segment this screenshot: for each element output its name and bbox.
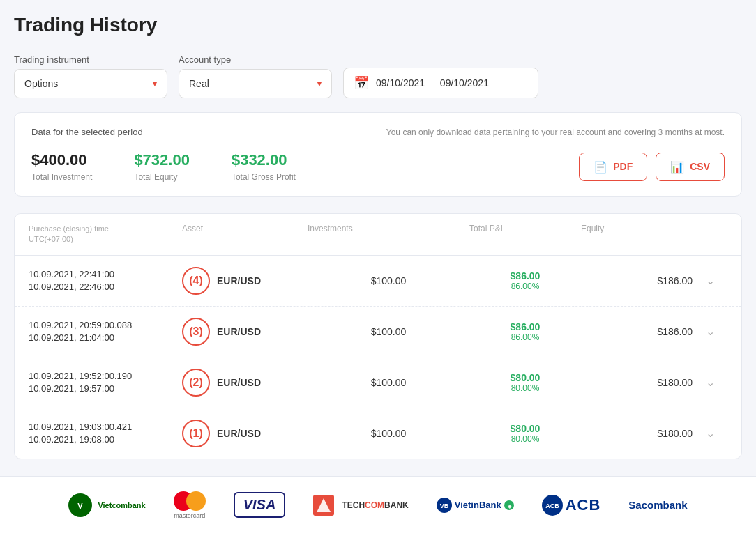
pnl-cell: $80.00 80.00% (469, 372, 581, 393)
payment-logos-section: V Vietcombank mastercard VISA TECHCOMBAN… (0, 477, 756, 554)
table-header-row: Purchase (closing) time UTC(+07:00) Asse… (15, 214, 741, 256)
period-label: Data for the selected period (31, 127, 143, 137)
instrument-filter-group: Trading instrument Options Forex Stocks … (14, 54, 167, 98)
close-time: 10.09.2021, 19:57:00 (29, 383, 182, 394)
page-title: Trading History (14, 14, 742, 36)
pdf-icon: 📄 (594, 160, 607, 174)
time-cell: 10.09.2021, 22:41:00 10.09.2021, 22:46:0… (29, 269, 182, 292)
sacombank-text: Sacombank (628, 499, 687, 511)
expand-button[interactable]: ⌄ (693, 376, 727, 389)
time-cell: 10.09.2021, 19:52:00.190 10.09.2021, 19:… (29, 371, 182, 394)
pnl-percent: 80.00% (469, 383, 581, 393)
open-time: 10.09.2021, 19:03:00.421 (29, 422, 182, 432)
acb-logo: ACB ACB (542, 491, 601, 519)
table-row[interactable]: 10.09.2021, 19:03:00.421 10.09.2021, 19:… (15, 408, 741, 459)
trades-table: Purchase (closing) time UTC(+07:00) Asse… (14, 213, 742, 459)
neteller-logo: NETELLER (342, 547, 414, 554)
instrument-select[interactable]: Options Forex Stocks (14, 69, 167, 98)
chevron-down-icon: ⌄ (706, 325, 715, 338)
vietcombank-logo: V Vietcombank (68, 491, 145, 519)
asset-cell: (2) EUR/USD (182, 369, 308, 397)
trade-badge: (3) (182, 318, 210, 346)
instrument-label: Trading instrument (14, 54, 167, 65)
open-time: 10.09.2021, 22:41:00 (29, 269, 182, 279)
expand-button[interactable]: ⌄ (693, 426, 727, 440)
visa-text: VISA (243, 497, 276, 512)
expand-button[interactable]: ⌄ (693, 274, 727, 287)
pnl-percent: 80.00% (469, 434, 581, 444)
investment-cell: $100.00 (308, 326, 469, 337)
trade-badge: (1) (182, 420, 210, 447)
svg-text:◈: ◈ (506, 503, 511, 508)
date-range-text: 09/10/2021 — 09/10/2021 (376, 77, 489, 89)
total-gross-profit-label: Total Gross Profit (232, 172, 296, 182)
table-row[interactable]: 10.09.2021, 22:41:00 10.09.2021, 22:46:0… (15, 256, 741, 307)
equity-cell: $180.00 (581, 428, 693, 439)
asset-name: EUR/USD (217, 428, 261, 439)
col-header-asset: Asset (182, 224, 308, 245)
date-filter-group: 📅 09/10/2021 — 09/10/2021 (343, 53, 538, 98)
filters-row: Trading instrument Options Forex Stocks … (14, 53, 742, 98)
stats-header: Data for the selected period You can onl… (31, 127, 725, 137)
csv-export-button[interactable]: 📊 CSV (656, 153, 725, 181)
asset-name: EUR/USD (217, 326, 261, 337)
total-equity-label: Total Equity (134, 172, 190, 182)
pnl-percent: 86.00% (469, 282, 581, 291)
asset-cell: (1) EUR/USD (182, 420, 308, 447)
techcombank-icon (313, 495, 334, 516)
mastercard-orange-circle (186, 491, 206, 511)
asset-name: EUR/USD (217, 275, 261, 286)
account-filter-group: Account type Real Demo ▼ (179, 54, 332, 98)
svg-text:VB: VB (439, 502, 448, 509)
account-select-wrapper[interactable]: Real Demo ▼ (179, 69, 332, 98)
total-investment-value: $400.00 (31, 151, 92, 169)
csv-button-label: CSV (690, 161, 710, 172)
equity-cell: $186.00 (581, 275, 693, 286)
pnl-value: $80.00 (469, 423, 581, 434)
expand-button[interactable]: ⌄ (693, 325, 727, 338)
investment-cell: $100.00 (308, 428, 469, 439)
pdf-export-button[interactable]: 📄 PDF (579, 153, 647, 181)
equity-cell: $180.00 (581, 377, 693, 388)
investment-cell: $100.00 (308, 377, 469, 388)
period-notice: You can only download data pertaining to… (386, 128, 725, 137)
col-header-time: Purchase (closing) time UTC(+07:00) (29, 224, 182, 245)
close-time: 10.09.2021, 21:04:00 (29, 332, 182, 343)
pnl-percent: 86.00% (469, 332, 581, 342)
total-investment-label: Total Investment (31, 172, 92, 182)
instrument-select-wrapper[interactable]: Options Forex Stocks ▼ (14, 69, 167, 98)
vietcombank-icon: V (68, 493, 92, 517)
pnl-value: $86.00 (469, 270, 581, 282)
vietinbank-circle-icon: ◈ (504, 500, 514, 510)
table-row[interactable]: 10.09.2021, 19:52:00.190 10.09.2021, 19:… (15, 357, 741, 408)
pnl-cell: $86.00 86.00% (469, 270, 581, 291)
pnl-cell: $80.00 80.00% (469, 423, 581, 444)
svg-text:V: V (78, 502, 84, 510)
total-gross-profit-stat: $332.00 Total Gross Profit (232, 151, 296, 182)
investment-cell: $100.00 (308, 275, 469, 286)
col-header-equity: Equity (581, 224, 693, 245)
asset-cell: (4) EUR/USD (182, 267, 308, 295)
close-time: 10.09.2021, 22:46:00 (29, 282, 182, 292)
asset-cell: (3) EUR/USD (182, 318, 308, 346)
visa-logo: VISA (234, 491, 286, 519)
total-equity-stat: $732.00 Total Equity (134, 151, 190, 182)
equity-cell: $186.00 (581, 326, 693, 337)
table-row[interactable]: 10.09.2021, 20:59:00.088 10.09.2021, 21:… (15, 307, 741, 357)
account-select[interactable]: Real Demo (179, 69, 332, 98)
open-time: 10.09.2021, 20:59:00.088 (29, 320, 182, 330)
date-picker[interactable]: 📅 09/10/2021 — 09/10/2021 (343, 68, 538, 98)
sacombank-logo: Sacombank (628, 491, 687, 519)
close-time: 10.09.2021, 19:08:00 (29, 434, 182, 445)
techcombank-logo: TECHCOMBANK (313, 491, 408, 519)
chevron-down-icon: ⌄ (706, 426, 715, 440)
svg-text:ACB: ACB (545, 502, 559, 509)
chevron-down-icon: ⌄ (706, 274, 715, 287)
pnl-value: $86.00 (469, 321, 581, 332)
acb-icon: ACB (542, 495, 563, 516)
acb-text: ACB (566, 496, 601, 514)
total-gross-profit-value: $332.00 (232, 151, 296, 169)
total-investment-stat: $400.00 Total Investment (31, 151, 92, 182)
footer: V Vietcombank mastercard VISA TECHCOMBAN… (0, 476, 756, 554)
export-buttons: 📄 PDF 📊 CSV (579, 153, 725, 181)
